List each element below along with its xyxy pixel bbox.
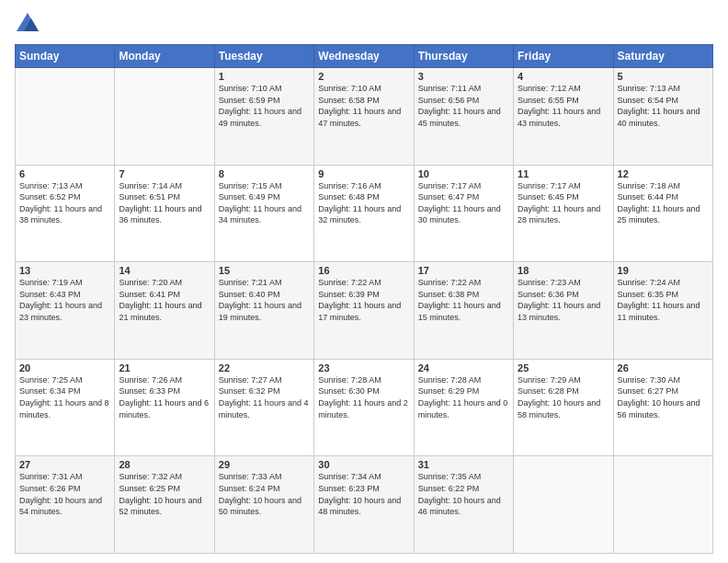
calendar-day-cell: 1Sunrise: 7:10 AMSunset: 6:59 PMDaylight…: [214, 68, 313, 166]
calendar-week-row: 6Sunrise: 7:13 AMSunset: 6:52 PMDaylight…: [16, 165, 713, 262]
calendar-day-cell: 27Sunrise: 7:31 AMSunset: 6:26 PMDayligh…: [16, 456, 115, 554]
day-info: Sunrise: 7:15 AMSunset: 6:49 PMDaylight:…: [219, 180, 310, 226]
day-number: 30: [318, 459, 409, 470]
day-number: 17: [418, 265, 509, 276]
calendar-table: SundayMondayTuesdayWednesdayThursdayFrid…: [15, 44, 713, 554]
calendar-day-cell: 17Sunrise: 7:22 AMSunset: 6:38 PMDayligh…: [414, 262, 513, 360]
day-info: Sunrise: 7:22 AMSunset: 6:38 PMDaylight:…: [418, 277, 509, 323]
calendar-day-cell: 6Sunrise: 7:13 AMSunset: 6:52 PMDaylight…: [16, 165, 115, 262]
calendar-day-cell: 28Sunrise: 7:32 AMSunset: 6:25 PMDayligh…: [115, 456, 214, 554]
day-number: 21: [119, 362, 210, 373]
day-number: 9: [318, 168, 409, 179]
day-info: Sunrise: 7:32 AMSunset: 6:25 PMDaylight:…: [119, 471, 210, 517]
day-number: 13: [19, 265, 110, 276]
header: [15, 11, 713, 37]
day-info: Sunrise: 7:29 AMSunset: 6:28 PMDaylight:…: [518, 374, 609, 420]
day-info: Sunrise: 7:13 AMSunset: 6:54 PMDaylight:…: [618, 83, 709, 129]
day-number: 31: [418, 459, 509, 470]
calendar-day-cell: 19Sunrise: 7:24 AMSunset: 6:35 PMDayligh…: [613, 262, 712, 360]
day-number: 4: [518, 71, 609, 82]
day-info: Sunrise: 7:27 AMSunset: 6:32 PMDaylight:…: [219, 374, 310, 420]
day-number: 7: [119, 168, 210, 179]
calendar-day-cell: 29Sunrise: 7:33 AMSunset: 6:24 PMDayligh…: [214, 456, 313, 554]
calendar-week-row: 20Sunrise: 7:25 AMSunset: 6:34 PMDayligh…: [16, 359, 713, 456]
day-info: Sunrise: 7:21 AMSunset: 6:40 PMDaylight:…: [219, 277, 310, 323]
day-number: 12: [618, 168, 709, 179]
day-number: 19: [618, 265, 709, 276]
day-number: 15: [219, 265, 310, 276]
day-number: 2: [318, 71, 409, 82]
calendar-day-header: Monday: [115, 45, 214, 68]
day-number: 16: [318, 265, 409, 276]
calendar-day-cell: [115, 68, 214, 166]
calendar-day-cell: 15Sunrise: 7:21 AMSunset: 6:40 PMDayligh…: [214, 262, 313, 360]
day-info: Sunrise: 7:22 AMSunset: 6:39 PMDaylight:…: [318, 277, 409, 323]
day-number: 22: [219, 362, 310, 373]
day-info: Sunrise: 7:13 AMSunset: 6:52 PMDaylight:…: [19, 180, 110, 226]
day-info: Sunrise: 7:17 AMSunset: 6:47 PMDaylight:…: [418, 180, 509, 226]
logo: [15, 11, 44, 37]
calendar-header-row: SundayMondayTuesdayWednesdayThursdayFrid…: [16, 45, 713, 68]
day-number: 1: [219, 71, 310, 82]
calendar-day-cell: 23Sunrise: 7:28 AMSunset: 6:30 PMDayligh…: [314, 359, 414, 456]
calendar-week-row: 27Sunrise: 7:31 AMSunset: 6:26 PMDayligh…: [16, 456, 713, 554]
calendar-day-cell: [613, 456, 712, 554]
day-info: Sunrise: 7:12 AMSunset: 6:55 PMDaylight:…: [518, 83, 609, 129]
day-number: 10: [418, 168, 509, 179]
calendar-day-cell: 30Sunrise: 7:34 AMSunset: 6:23 PMDayligh…: [314, 456, 414, 554]
page: SundayMondayTuesdayWednesdayThursdayFrid…: [0, 0, 728, 563]
calendar-day-cell: [514, 456, 613, 554]
day-info: Sunrise: 7:24 AMSunset: 6:35 PMDaylight:…: [618, 277, 709, 323]
day-info: Sunrise: 7:26 AMSunset: 6:33 PMDaylight:…: [119, 374, 210, 420]
day-number: 11: [518, 168, 609, 179]
calendar-day-cell: [16, 68, 115, 166]
day-number: 25: [518, 362, 609, 373]
calendar-day-header: Thursday: [414, 45, 513, 68]
day-info: Sunrise: 7:30 AMSunset: 6:27 PMDaylight:…: [618, 374, 709, 420]
day-number: 26: [618, 362, 709, 373]
day-info: Sunrise: 7:28 AMSunset: 6:30 PMDaylight:…: [318, 374, 409, 420]
day-number: 23: [318, 362, 409, 373]
calendar-day-cell: 4Sunrise: 7:12 AMSunset: 6:55 PMDaylight…: [514, 68, 613, 166]
day-number: 8: [219, 168, 310, 179]
calendar-day-cell: 11Sunrise: 7:17 AMSunset: 6:45 PMDayligh…: [514, 165, 613, 262]
calendar-day-header: Friday: [514, 45, 613, 68]
calendar-day-cell: 25Sunrise: 7:29 AMSunset: 6:28 PMDayligh…: [514, 359, 613, 456]
calendar-day-cell: 7Sunrise: 7:14 AMSunset: 6:51 PMDaylight…: [115, 165, 214, 262]
calendar-day-cell: 13Sunrise: 7:19 AMSunset: 6:43 PMDayligh…: [16, 262, 115, 360]
day-number: 20: [19, 362, 110, 373]
day-number: 18: [518, 265, 609, 276]
calendar-day-cell: 21Sunrise: 7:26 AMSunset: 6:33 PMDayligh…: [115, 359, 214, 456]
calendar-day-cell: 5Sunrise: 7:13 AMSunset: 6:54 PMDaylight…: [613, 68, 712, 166]
day-number: 24: [418, 362, 509, 373]
calendar-day-header: Tuesday: [214, 45, 313, 68]
calendar-day-header: Sunday: [16, 45, 115, 68]
calendar-day-cell: 18Sunrise: 7:23 AMSunset: 6:36 PMDayligh…: [514, 262, 613, 360]
day-number: 5: [618, 71, 709, 82]
day-number: 3: [418, 71, 509, 82]
day-info: Sunrise: 7:23 AMSunset: 6:36 PMDaylight:…: [518, 277, 609, 323]
day-info: Sunrise: 7:10 AMSunset: 6:59 PMDaylight:…: [219, 83, 310, 129]
calendar-day-cell: 26Sunrise: 7:30 AMSunset: 6:27 PMDayligh…: [613, 359, 712, 456]
day-number: 27: [19, 459, 110, 470]
calendar-day-cell: 24Sunrise: 7:28 AMSunset: 6:29 PMDayligh…: [414, 359, 513, 456]
day-info: Sunrise: 7:19 AMSunset: 6:43 PMDaylight:…: [19, 277, 110, 323]
calendar-day-cell: 20Sunrise: 7:25 AMSunset: 6:34 PMDayligh…: [16, 359, 115, 456]
day-info: Sunrise: 7:33 AMSunset: 6:24 PMDaylight:…: [219, 471, 310, 517]
calendar-day-cell: 31Sunrise: 7:35 AMSunset: 6:22 PMDayligh…: [414, 456, 513, 554]
calendar-day-cell: 3Sunrise: 7:11 AMSunset: 6:56 PMDaylight…: [414, 68, 513, 166]
day-number: 29: [219, 459, 310, 470]
day-info: Sunrise: 7:31 AMSunset: 6:26 PMDaylight:…: [19, 471, 110, 517]
calendar-week-row: 13Sunrise: 7:19 AMSunset: 6:43 PMDayligh…: [16, 262, 713, 360]
day-info: Sunrise: 7:14 AMSunset: 6:51 PMDaylight:…: [119, 180, 210, 226]
calendar-day-cell: 8Sunrise: 7:15 AMSunset: 6:49 PMDaylight…: [214, 165, 313, 262]
day-info: Sunrise: 7:16 AMSunset: 6:48 PMDaylight:…: [318, 180, 409, 226]
calendar-day-cell: 2Sunrise: 7:10 AMSunset: 6:58 PMDaylight…: [314, 68, 414, 166]
calendar-day-cell: 14Sunrise: 7:20 AMSunset: 6:41 PMDayligh…: [115, 262, 214, 360]
calendar-day-header: Saturday: [613, 45, 712, 68]
day-info: Sunrise: 7:10 AMSunset: 6:58 PMDaylight:…: [318, 83, 409, 129]
calendar-day-header: Wednesday: [314, 45, 414, 68]
calendar-week-row: 1Sunrise: 7:10 AMSunset: 6:59 PMDaylight…: [16, 68, 713, 166]
day-info: Sunrise: 7:34 AMSunset: 6:23 PMDaylight:…: [318, 471, 409, 517]
calendar-day-cell: 22Sunrise: 7:27 AMSunset: 6:32 PMDayligh…: [214, 359, 313, 456]
